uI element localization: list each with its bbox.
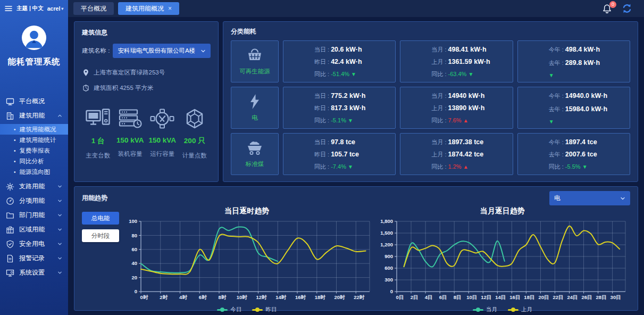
stat-value: 150 kVA — [114, 136, 147, 144]
svg-text:22时: 22时 — [354, 294, 365, 300]
svg-text:16时: 16时 — [295, 294, 306, 300]
svg-text:100: 100 — [129, 218, 137, 224]
category-energy-panel: 分类能耗 可再生能源当日 : 20.6 kW·h昨日 : 42.4 kW·h同比… — [223, 21, 638, 182]
sidebar-item-building-energy[interactable]: 建筑用能 — [0, 109, 68, 123]
chevron-down-icon — [57, 242, 62, 246]
category-standard-coal: 标准煤 — [231, 133, 279, 175]
svg-text:0: 0 — [390, 288, 392, 294]
sidebar-subitem-tariff-report[interactable]: •复费率报表 — [0, 145, 68, 156]
yoy-indicator: ▼ — [549, 72, 624, 78]
svg-text:28日: 28日 — [596, 294, 606, 300]
stat-label: 运行容量 — [146, 150, 179, 158]
chevron-up-icon — [57, 113, 62, 118]
sidebar-subitem-building-energy-overview[interactable]: •建筑用能概况 — [0, 124, 68, 135]
svg-text:40: 40 — [132, 260, 138, 266]
lightning-icon — [246, 94, 264, 110]
sidebar-item-platform-overview[interactable]: 平台概况 — [0, 94, 68, 109]
yoy-indicator: 同比 : -5.1% ▼ — [314, 117, 390, 125]
bullet-icon: • — [14, 169, 16, 175]
legend-series[interactable]: 昨日 — [252, 306, 277, 313]
total-energy-button[interactable]: 总电能 — [82, 212, 119, 225]
daily-trend-chart-title: 当日逐时趋势 — [224, 206, 269, 216]
building-select-value: 安科瑞电气股份有限公司A楼 — [118, 47, 195, 55]
stat-value: 150 kVA — [146, 136, 179, 144]
yoy-indicator: ▼ — [549, 118, 624, 125]
close-icon[interactable]: × — [168, 5, 172, 12]
building-name-row: 建筑名称 : 安科瑞电气股份有限公司A楼 — [82, 44, 211, 58]
daily-trend-chart: 当日逐时趋势 0204060801000时2时4时6时8时10时12时14时16… — [119, 205, 375, 308]
svg-text:6时: 6时 — [199, 294, 207, 300]
svg-text:16日: 16日 — [509, 294, 520, 300]
sidebar-subitem-yoy-analysis[interactable]: •同比分析 — [0, 156, 68, 167]
energy-trend-body: 总电能 分时段 当日逐时趋势 0204060801000时2时4时6时8时10时… — [82, 205, 630, 308]
building-address-row: 上海市嘉定区育绿路253号 — [82, 69, 211, 77]
building-area: 建筑面积 4255 平方米 — [94, 84, 153, 92]
energy-type-select[interactable]: 电 — [549, 191, 630, 205]
category-electricity: 电 — [231, 87, 279, 129]
stat-label: 主变台数 — [82, 152, 114, 160]
monitor-icon — [6, 97, 14, 106]
svg-text:8时: 8时 — [219, 294, 227, 300]
svg-text:8日: 8日 — [454, 294, 462, 300]
user-menu[interactable]: acrel▾ — [47, 5, 64, 12]
sidebar-item-subentry-energy[interactable]: 分项用能 — [0, 194, 68, 208]
sidebar-item-branch-energy[interactable]: 支路用能 — [0, 179, 68, 194]
time-period-button[interactable]: 分时段 — [82, 229, 119, 242]
daily-trend-chart-canvas: 0204060801000时2时4时6时8时10时12时14时16时18时20时… — [120, 217, 374, 305]
stat-label: 计量点数 — [179, 152, 211, 160]
yoy-indicator: 同比 : 7.6% ▲ — [431, 117, 507, 125]
legend-series[interactable]: 当月 — [473, 306, 497, 313]
bullet-icon: • — [14, 137, 16, 143]
category-name: 标准煤 — [246, 160, 264, 168]
system-icon — [6, 269, 14, 277]
sidebar-item-safe-electricity[interactable]: 安全用电 — [0, 237, 68, 251]
notifications-button[interactable]: 0 — [602, 4, 612, 14]
folder-icon — [6, 211, 14, 220]
svg-text:0日: 0日 — [396, 294, 404, 300]
tab-label: 建筑用能概况 — [126, 4, 164, 13]
document-icon — [6, 254, 14, 263]
monthly-trend-legend: 当月上月 — [473, 306, 532, 313]
stat-value: 1 台 — [82, 136, 114, 146]
coal-cart-icon — [246, 140, 264, 156]
theme-language-switcher[interactable]: 主题 | 中文 — [16, 5, 44, 12]
svg-text:24日: 24日 — [567, 294, 578, 300]
energy-trend-panel: 用能趋势 电 总电能 分时段 当日逐时趋势 0204060801000时2时4时… — [74, 186, 638, 311]
refresh-button[interactable] — [622, 3, 632, 14]
yoy-indicator: 同比 : -63.4% ▼ — [431, 70, 507, 78]
standard-coal-values-0: 当日 : 97.8 tce昨日 : 105.7 tce同比 : -7.4% ▼ — [283, 133, 396, 175]
building-area-row: 建筑面积 4255 平方米 — [82, 84, 211, 92]
content: 建筑信息 建筑名称 : 安科瑞电气股份有限公司A楼 上海市嘉定区育绿路253号 — [68, 17, 644, 315]
sidebar: 主题 | 中文 acrel▾ 能耗管理系统 平台概况建筑用能•建筑用能概况•建筑… — [0, 0, 68, 315]
sidebar-item-system-settings[interactable]: 系统设置 — [0, 266, 68, 280]
building-name-label: 建筑名称 : — [82, 47, 110, 55]
standard-coal-values-2: 今年 : 1897.4 tce去年 : 2007.6 tce同比 : -5.5%… — [517, 133, 630, 175]
chevron-down-icon — [57, 184, 62, 189]
stat-metering-points: 200 只 计量点数 — [179, 108, 211, 160]
sidebar-subitem-building-energy-stats[interactable]: •建筑用能统计 — [0, 135, 68, 145]
caret-down-icon: ▾ — [61, 6, 63, 11]
building-select[interactable]: 安科瑞电气股份有限公司A楼 — [113, 44, 211, 58]
sidebar-item-region-energy[interactable]: 区域用能 — [0, 222, 68, 237]
legend-series[interactable]: 今日 — [217, 306, 241, 313]
sidebar-item-alarm-records[interactable]: 报警记录 — [0, 251, 68, 266]
profile-block: 能耗管理系统 — [0, 17, 68, 68]
stat-running-capacity: 150 kVA 运行容量 — [146, 108, 179, 160]
chevron-down-icon — [57, 270, 62, 275]
tab-building-energy-overview[interactable]: 建筑用能概况 × — [118, 2, 179, 15]
legend-series[interactable]: 上月 — [508, 306, 532, 313]
svg-text:6日: 6日 — [439, 294, 447, 300]
sidebar-subitem-energy-flow-diagram[interactable]: •能源流向图 — [0, 167, 68, 177]
tab-platform-overview[interactable]: 平台概况 — [73, 2, 114, 15]
sidebar-item-department-energy[interactable]: 部门用能 — [0, 208, 68, 222]
svg-text:2日: 2日 — [410, 294, 418, 300]
renewable-values-2: 今年 : 498.4 kW·h去年 : 289.8 kW·h ▼ — [517, 40, 630, 82]
app-title: 能耗管理系统 — [0, 56, 68, 68]
bullet-icon: • — [14, 159, 16, 164]
menu-toggle-icon[interactable] — [4, 4, 13, 13]
svg-text:0时: 0时 — [140, 294, 148, 300]
stat-installed-capacity: 150 kVA 装机容量 — [114, 108, 147, 160]
top-row: 建筑信息 建筑名称 : 安科瑞电气股份有限公司A楼 上海市嘉定区育绿路253号 — [74, 21, 638, 182]
chevron-down-icon — [57, 213, 62, 218]
avatar — [22, 26, 46, 50]
